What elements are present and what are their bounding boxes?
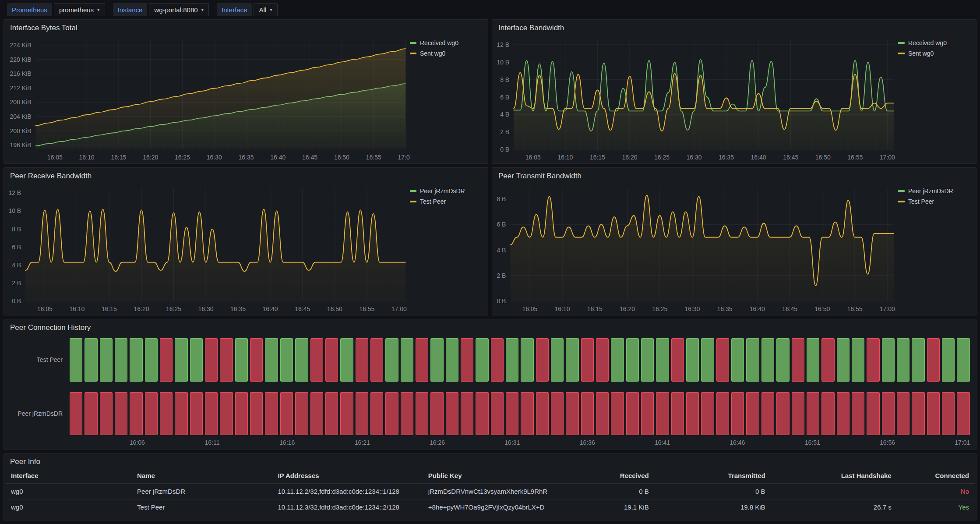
status-bar-connected[interactable]	[115, 338, 127, 382]
status-bar-connected[interactable]	[686, 338, 699, 382]
status-bar-disconnected[interactable]	[686, 392, 699, 435]
status-bar-disconnected[interactable]	[175, 392, 187, 435]
status-bar-disconnected[interactable]	[581, 338, 594, 382]
status-bar-disconnected[interactable]	[325, 392, 338, 435]
status-bar-disconnected[interactable]	[776, 392, 789, 435]
panel-title[interactable]: Peer Connection History	[4, 319, 976, 333]
status-bar-disconnected[interactable]	[190, 392, 203, 435]
column-header[interactable]: Last Handshake	[772, 468, 898, 484]
status-bar-disconnected[interactable]	[671, 392, 684, 435]
status-bar-disconnected[interactable]	[807, 392, 819, 435]
status-bar-connected[interactable]	[506, 338, 518, 382]
status-bar-disconnected[interactable]	[356, 338, 368, 382]
status-bar-connected[interactable]	[837, 338, 850, 382]
panel-title[interactable]: Peer Transmit Bandwidth	[492, 168, 976, 181]
status-bar-disconnected[interactable]	[356, 392, 368, 435]
status-bar-disconnected[interactable]	[852, 392, 864, 435]
column-header[interactable]: Public Key	[422, 468, 548, 484]
status-bar-disconnected[interactable]	[641, 392, 654, 435]
status-bar-disconnected[interactable]	[310, 392, 323, 435]
status-bar-disconnected[interactable]	[521, 392, 533, 435]
status-bar-disconnected[interactable]	[476, 392, 488, 435]
status-bar-disconnected[interactable]	[746, 392, 759, 435]
status-bar-connected[interactable]	[912, 338, 924, 382]
status-bar-connected[interactable]	[641, 338, 654, 382]
status-bar-disconnected[interactable]	[551, 392, 564, 435]
status-bar-connected[interactable]	[807, 338, 819, 382]
timeseries-chart[interactable]: 0 B2 B4 B6 B8 B10 B12 B16:0516:1016:1516…	[4, 181, 410, 315]
status-bar-disconnected[interactable]	[220, 392, 233, 435]
status-bar-disconnected[interactable]	[792, 392, 804, 435]
panel-title[interactable]: Peer Info	[4, 453, 976, 467]
status-bar-disconnected[interactable]	[611, 392, 624, 435]
status-bar-disconnected[interactable]	[235, 392, 248, 435]
status-bar-disconnected[interactable]	[506, 392, 518, 435]
status-bar-disconnected[interactable]	[295, 392, 308, 435]
status-bar-disconnected[interactable]	[792, 338, 804, 382]
status-bar-disconnected[interactable]	[250, 392, 263, 435]
status-bar-connected[interactable]	[190, 338, 203, 382]
timeseries-chart[interactable]: 196 KiB200 KiB204 KiB208 KiB212 KiB216 K…	[4, 33, 410, 163]
panel-title[interactable]: Interface Bandwidth	[492, 20, 976, 33]
status-bar-disconnected[interactable]	[897, 392, 909, 435]
status-bar-connected[interactable]	[656, 338, 669, 382]
legend-item[interactable]: Test Peer	[898, 198, 971, 205]
legend-item[interactable]: Received wg0	[410, 39, 483, 46]
status-bar-connected[interactable]	[611, 338, 624, 382]
status-bar-disconnected[interactable]	[626, 392, 639, 435]
status-bar-disconnected[interactable]	[280, 392, 293, 435]
status-bar-connected[interactable]	[731, 338, 744, 382]
status-bar-disconnected[interactable]	[115, 392, 127, 435]
status-bar-connected[interactable]	[882, 338, 895, 382]
status-bar-connected[interactable]	[626, 338, 639, 382]
status-bar-disconnected[interactable]	[160, 392, 173, 435]
status-bar-disconnected[interactable]	[867, 392, 879, 435]
status-bar-disconnected[interactable]	[821, 392, 834, 435]
status-bar-disconnected[interactable]	[942, 392, 955, 435]
panel-title[interactable]: Peer Receive Bandwidth	[4, 168, 488, 181]
status-bar-disconnected[interactable]	[461, 338, 473, 382]
status-bar-disconnected[interactable]	[385, 392, 398, 435]
variable-dropdown[interactable]: wg-portal:8080▾	[149, 3, 209, 16]
legend-item[interactable]: Test Peer	[410, 198, 483, 205]
column-header[interactable]: IP Addresses	[271, 468, 422, 484]
status-bar-connected[interactable]	[295, 338, 308, 382]
legend-item[interactable]: Sent wg0	[898, 50, 971, 57]
legend-item[interactable]: Sent wg0	[410, 50, 483, 57]
status-bar-disconnected[interactable]	[205, 392, 218, 435]
variable-label[interactable]: Interface	[217, 3, 252, 16]
status-bar-connected[interactable]	[957, 338, 969, 382]
status-bar-disconnected[interactable]	[867, 338, 879, 382]
variable-label[interactable]: Instance	[113, 3, 148, 16]
status-bar-disconnected[interactable]	[821, 338, 834, 382]
status-bar-connected[interactable]	[761, 338, 774, 382]
status-bar-disconnected[interactable]	[882, 392, 895, 435]
status-bar-disconnected[interactable]	[416, 392, 428, 435]
column-header[interactable]: Name	[131, 468, 271, 484]
status-bar-disconnected[interactable]	[566, 392, 578, 435]
column-header[interactable]: Connected	[898, 468, 975, 484]
status-bar-connected[interactable]	[235, 338, 248, 382]
variable-dropdown[interactable]: All▾	[254, 3, 277, 16]
status-bar-disconnected[interactable]	[370, 338, 383, 382]
status-bar-disconnected[interactable]	[310, 338, 323, 382]
status-bar-connected[interactable]	[70, 338, 82, 382]
status-bar-disconnected[interactable]	[596, 392, 609, 435]
status-bar-disconnected[interactable]	[671, 338, 684, 382]
legend-item[interactable]: Received wg0	[898, 39, 971, 46]
status-bar-connected[interactable]	[551, 338, 564, 382]
status-bar-disconnected[interactable]	[912, 392, 924, 435]
status-bar-connected[interactable]	[100, 338, 113, 382]
status-bar-disconnected[interactable]	[401, 392, 413, 435]
status-bar-disconnected[interactable]	[837, 392, 850, 435]
status-bar-disconnected[interactable]	[446, 392, 458, 435]
status-bar-disconnected[interactable]	[491, 338, 504, 382]
timeseries-chart[interactable]: 0 B2 B4 B6 B8 B16:0516:1016:1516:2016:25…	[492, 181, 898, 315]
status-bar-disconnected[interactable]	[731, 392, 744, 435]
status-bar-connected[interactable]	[776, 338, 789, 382]
status-bar-disconnected[interactable]	[430, 392, 443, 435]
status-bar-disconnected[interactable]	[716, 392, 729, 435]
status-bar-disconnected[interactable]	[536, 392, 549, 435]
status-bar-connected[interactable]	[746, 338, 759, 382]
status-bar-connected[interactable]	[476, 338, 488, 382]
